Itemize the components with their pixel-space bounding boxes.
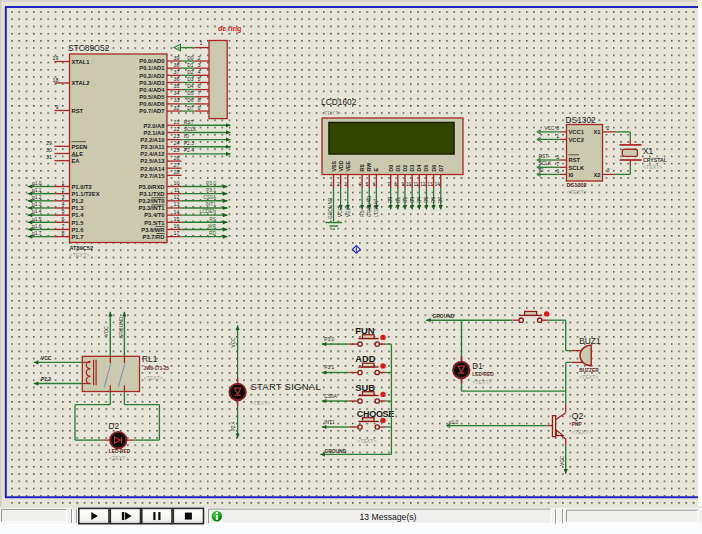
svg-text:4: 4 — [62, 201, 65, 207]
svg-text:RL1: RL1 — [142, 354, 158, 364]
svg-text:5: 5 — [198, 76, 201, 82]
svg-text:X1: X1 — [643, 146, 654, 156]
svg-text:<TEXT>: <TEXT> — [250, 400, 270, 406]
svg-text:RW: RW — [366, 163, 372, 172]
svg-text:VEE: VEE — [346, 207, 351, 217]
svg-text:VCC: VCC — [544, 126, 555, 131]
svg-text:D3: D3 — [409, 165, 415, 172]
svg-text:P2.4: P2.4 — [184, 148, 194, 153]
svg-text:D0: D0 — [388, 197, 393, 203]
svg-text:6: 6 — [198, 83, 201, 89]
svg-text:P3.1: P3.1 — [324, 365, 334, 370]
svg-text:7: 7 — [62, 223, 65, 229]
svg-text:P2.5/A13: P2.5/A13 — [140, 158, 165, 164]
svg-text:D1: D1 — [395, 165, 401, 172]
svg-text:33: 33 — [174, 97, 180, 103]
svg-text:<TEXT>: <TEXT> — [472, 379, 491, 385]
svg-text:5: 5 — [62, 208, 65, 214]
svg-text:<TEXT>: <TEXT> — [144, 375, 163, 381]
svg-text:de ring: de ring — [218, 25, 241, 33]
svg-text:INT1: INT1 — [205, 202, 216, 207]
svg-text:P2.7/A15: P2.7/A15 — [140, 173, 165, 179]
svg-text:1: 1 — [330, 182, 333, 187]
svg-text:ADD: ADD — [355, 353, 376, 364]
svg-text:P3.0: P3.0 — [324, 337, 334, 342]
svg-text:P0.2/AD2: P0.2/AD2 — [139, 73, 164, 79]
svg-text:P0.4/AD4: P0.4/AD4 — [139, 87, 165, 93]
svg-text:10: 10 — [406, 182, 412, 187]
svg-text:RD: RD — [209, 231, 217, 236]
svg-text:9: 9 — [401, 182, 404, 187]
svg-text:CS0A: CS0A — [324, 394, 338, 399]
svg-text:39: 39 — [174, 55, 180, 61]
svg-text:<TEXT>: <TEXT> — [567, 189, 587, 195]
svg-text:X1: X1 — [593, 129, 601, 135]
svg-text:6: 6 — [373, 182, 376, 187]
svg-text:16: 16 — [174, 223, 180, 229]
svg-text:3: 3 — [198, 62, 201, 68]
svg-text:RST: RST — [569, 157, 581, 163]
svg-text:P1.1/T2EX: P1.1/T2EX — [72, 191, 100, 197]
svg-text:P2.0/A8: P2.0/A8 — [144, 123, 166, 129]
svg-text:D1: D1 — [396, 197, 401, 203]
svg-text:P0.3/AD3: P0.3/AD3 — [139, 80, 165, 86]
svg-text:D5: D5 — [187, 91, 194, 96]
svg-text:D6: D6 — [431, 197, 436, 203]
svg-text:P1.4: P1.4 — [72, 212, 85, 218]
svg-text:D5: D5 — [424, 197, 429, 203]
svg-text:25: 25 — [174, 147, 180, 153]
svg-text:RST: RST — [72, 108, 84, 114]
svg-text:2: 2 — [198, 55, 201, 61]
svg-text:P2.3/A11: P2.3/A11 — [141, 144, 166, 150]
svg-text:26: 26 — [174, 155, 180, 161]
svg-text:1: 1 — [62, 180, 65, 186]
svg-text:I0: I0 — [569, 172, 574, 178]
svg-text:GROUND: GROUND — [324, 449, 346, 454]
svg-text:<TEXT>: <TEXT> — [70, 252, 90, 258]
svg-text:9: 9 — [198, 105, 201, 111]
svg-text:P0.1/AD1: P0.1/AD1 — [139, 65, 165, 71]
svg-text:JW0-171-25: JW0-171-25 — [144, 366, 170, 371]
svg-text:D7: D7 — [187, 106, 194, 111]
svg-text:SCLK: SCLK — [569, 165, 586, 171]
svg-text:12: 12 — [174, 194, 180, 200]
svg-text:IO: IO — [184, 134, 189, 139]
svg-text:D3: D3 — [187, 77, 194, 82]
svg-text:8: 8 — [394, 182, 397, 187]
svg-text:P1.6: P1.6 — [72, 227, 85, 233]
svg-text:P2.3: P2.3 — [41, 377, 51, 382]
svg-text:VDD: VDD — [338, 160, 344, 171]
svg-text:D2: D2 — [109, 422, 120, 431]
svg-text:PSEN: PSEN — [72, 144, 88, 150]
svg-text:p1.1: p1.1 — [32, 188, 42, 193]
svg-text:p1.6: p1.6 — [32, 224, 42, 229]
svg-text:P2.6/A14: P2.6/A14 — [140, 166, 165, 172]
svg-text:P2.2/A10: P2.2/A10 — [140, 137, 164, 143]
svg-text:p1.0: p1.0 — [449, 420, 459, 425]
svg-text:<TEXT>: <TEXT> — [321, 110, 341, 116]
svg-text:13: 13 — [427, 182, 433, 187]
svg-text:P0.6/AD6: P0.6/AD6 — [139, 101, 165, 107]
svg-text:WR: WR — [208, 224, 217, 229]
svg-text:P3.2/INT0: P3.2/INT0 — [138, 198, 164, 204]
svg-text:18: 18 — [53, 77, 59, 83]
svg-text:Q2: Q2 — [572, 411, 584, 421]
svg-text:P3.1: P3.1 — [206, 188, 216, 193]
svg-text:10: 10 — [174, 180, 180, 186]
svg-text:VCC: VCC — [231, 337, 236, 348]
svg-text:19: 19 — [53, 55, 59, 61]
svg-text:P3.6/WR: P3.6/WR — [141, 227, 165, 233]
svg-text:P2.4: P2.4 — [231, 421, 236, 431]
svg-text:p1.3: p1.3 — [32, 202, 42, 207]
svg-text:RST: RST — [184, 120, 194, 125]
svg-text:6: 6 — [556, 168, 559, 174]
svg-text:E: E — [373, 168, 379, 172]
svg-text:VCC1: VCC1 — [569, 129, 585, 135]
svg-text:24: 24 — [174, 140, 180, 146]
svg-text:9: 9 — [56, 104, 59, 110]
svg-text:P1.3: P1.3 — [72, 205, 85, 211]
svg-text:D7: D7 — [438, 197, 443, 203]
svg-text:13: 13 — [174, 201, 180, 207]
svg-text:INT1: INT1 — [324, 420, 335, 425]
svg-text:7: 7 — [556, 161, 559, 167]
